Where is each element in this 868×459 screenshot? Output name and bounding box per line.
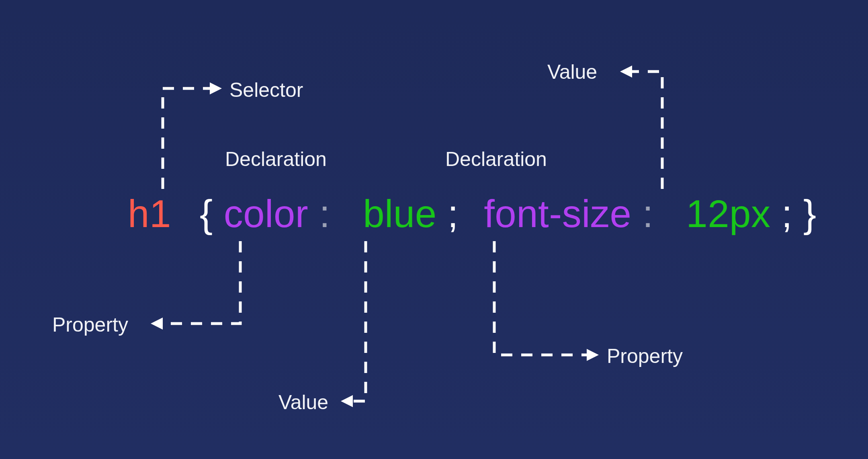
token-value-1: blue — [363, 192, 437, 235]
css-syntax-diagram: h1 { color : blue ; font-size : 12px ; }… — [0, 0, 868, 459]
label-value-1: Value — [278, 391, 328, 414]
token-selector: h1 — [128, 192, 171, 235]
token-colon-2: : — [643, 192, 653, 235]
token-semi-2: ; — [782, 192, 792, 235]
token-brace-close: } — [803, 192, 817, 235]
label-selector: Selector — [229, 78, 303, 102]
label-declaration-2: Declaration — [445, 148, 547, 171]
label-value-2: Value — [547, 60, 597, 84]
svg-marker-3 — [341, 395, 353, 407]
token-value-2: 12px — [686, 192, 770, 235]
token-property-2: font-size — [484, 192, 631, 235]
label-property-2: Property — [607, 344, 683, 368]
svg-marker-0 — [210, 82, 222, 94]
svg-marker-1 — [620, 66, 632, 78]
label-property-1: Property — [52, 313, 128, 336]
token-colon-1: : — [319, 192, 330, 235]
css-rule-code: h1 { color : blue ; font-size : 12px ; } — [128, 195, 817, 233]
svg-marker-2 — [151, 318, 163, 330]
token-semi-1: ; — [448, 192, 459, 235]
label-declaration-1: Declaration — [225, 148, 327, 171]
token-property-1: color — [224, 192, 309, 235]
svg-marker-4 — [587, 349, 599, 361]
token-brace-open: { — [182, 192, 213, 235]
